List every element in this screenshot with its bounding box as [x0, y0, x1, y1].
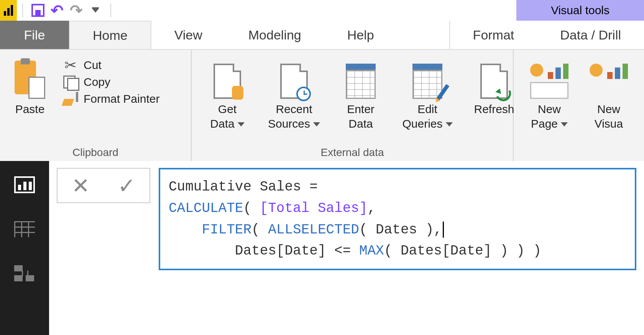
- app-logo[interactable]: [0, 0, 17, 21]
- recent-l1: Recent: [276, 103, 312, 115]
- copy-button[interactable]: Copy: [62, 74, 159, 90]
- contextual-tab-visual-tools: Visual tools: [516, 0, 644, 21]
- tab-file[interactable]: File: [0, 21, 69, 49]
- nav-model-view[interactable]: [13, 264, 36, 284]
- get-data-icon: [214, 64, 241, 99]
- formula-commit-button[interactable]: ✓: [118, 173, 136, 198]
- dax-t2: ,: [368, 200, 376, 216]
- dax-t1: (: [243, 200, 260, 216]
- dax-calculate-kw: CALCULATE: [169, 200, 243, 216]
- report-view-icon: [14, 176, 35, 193]
- chevron-down-icon: [446, 122, 453, 126]
- edit-queries-button[interactable]: EditQueries: [399, 53, 456, 131]
- ribbon-group-clipboard: Paste ✂ Cut Copy Format Painter Clipboar…: [0, 50, 192, 161]
- recent-sources-icon: [280, 64, 308, 99]
- paste-label: Paste: [15, 102, 45, 117]
- ribbon-group-insert: NewPage NewVisua: [514, 50, 644, 161]
- format-painter-button[interactable]: Format Painter: [62, 90, 159, 107]
- format-painter-icon: [63, 92, 78, 106]
- contextual-tabs: Format Data / Drill: [449, 21, 644, 49]
- separator: [110, 3, 111, 17]
- new-page-icon: [530, 64, 568, 99]
- tab-home[interactable]: Home: [69, 21, 151, 49]
- get-data-button[interactable]: GetData: [199, 53, 256, 131]
- new-visual-icon: [590, 64, 628, 99]
- data-view-icon: [14, 221, 35, 237]
- chevron-down-icon: [313, 122, 320, 126]
- dax-pad3: [169, 222, 202, 238]
- undo-button[interactable]: ↶: [48, 1, 67, 20]
- dropdown-icon: [92, 8, 99, 13]
- formula-cancel-button[interactable]: ✕: [72, 173, 90, 198]
- newvis-l2: Visua: [595, 117, 623, 130]
- format-painter-label: Format Painter: [84, 92, 159, 105]
- powerbi-logo-icon: [4, 5, 13, 16]
- copy-label: Copy: [84, 76, 110, 89]
- ribbon-tabs: File Home View Modeling Help Format Data…: [0, 21, 644, 50]
- chevron-down-icon: [561, 122, 568, 126]
- tab-modeling[interactable]: Modeling: [225, 21, 324, 49]
- model-view-icon: [14, 265, 35, 282]
- qat-right: Visual tools: [516, 0, 644, 21]
- dax-t3: (: [251, 222, 268, 238]
- dax-max-kw: MAX: [359, 243, 384, 259]
- dax-line1: Cumulative Sales =: [169, 179, 326, 195]
- formula-bar[interactable]: Cumulative Sales = CALCULATE( [Total Sal…: [159, 168, 636, 270]
- enter-data-button[interactable]: EnterData: [332, 53, 389, 131]
- enter-l2: Data: [348, 117, 373, 130]
- clipboard-small-buttons: ✂ Cut Copy Format Painter: [62, 53, 159, 107]
- save-icon: [31, 4, 44, 17]
- cut-label: Cut: [84, 59, 102, 72]
- dax-filter-kw: FILTER: [202, 222, 251, 238]
- tab-datadrill[interactable]: Data / Drill: [537, 21, 644, 49]
- undo-icon: ↶: [51, 3, 64, 18]
- edit-queries-icon: [412, 64, 442, 99]
- dax-t4: ( Dates ),: [359, 222, 442, 238]
- tab-view[interactable]: View: [151, 21, 225, 49]
- clipboard-group-label: Clipboard: [7, 144, 184, 159]
- report-canvas: ✕ ✓ Cumulative Sales = CALCULATE( [Total…: [49, 161, 644, 335]
- enter-l1: Enter: [347, 103, 375, 115]
- customize-qat-button[interactable]: [86, 1, 105, 20]
- chevron-down-icon: [238, 122, 245, 126]
- copy-icon: [63, 76, 78, 89]
- paste-button[interactable]: Paste: [7, 53, 53, 117]
- dax-t5: Dates[Date] <=: [235, 243, 359, 259]
- ribbon-home: Paste ✂ Cut Copy Format Painter Clipboar…: [0, 50, 644, 161]
- nav-data-view[interactable]: [13, 219, 36, 239]
- separator: [22, 3, 23, 17]
- refresh-label: Refresh: [474, 102, 514, 117]
- dax-total-sales-col: [Total Sales]: [260, 200, 368, 216]
- redo-icon: ↷: [70, 3, 83, 18]
- qat-left: ↶ ↷: [0, 0, 117, 21]
- dax-pad4: [169, 243, 235, 259]
- cut-button[interactable]: ✂ Cut: [62, 57, 159, 74]
- tab-help[interactable]: Help: [324, 21, 397, 49]
- work-area: ✕ ✓ Cumulative Sales = CALCULATE( [Total…: [0, 161, 644, 335]
- save-button[interactable]: [28, 1, 48, 20]
- enter-data-icon: [346, 64, 376, 99]
- quick-access-toolbar: ↶ ↷ Visual tools: [0, 0, 644, 21]
- editq-l1: Edit: [417, 103, 437, 115]
- get-data-l1: Get: [218, 103, 237, 115]
- ribbon-group-external-data: GetData RecentSources EnterData EditQuer…: [192, 50, 514, 161]
- recent-l2: Sources: [268, 117, 310, 130]
- new-visual-button[interactable]: NewVisua: [590, 53, 628, 131]
- editq-l2: Queries: [402, 117, 442, 130]
- refresh-icon: [480, 64, 508, 99]
- redo-button[interactable]: ↷: [67, 1, 86, 20]
- dax-allselected-kw: ALLSELECTED: [268, 222, 359, 238]
- tab-format[interactable]: Format: [450, 21, 537, 49]
- nav-report-view[interactable]: [13, 175, 36, 195]
- text-caret: [443, 222, 444, 238]
- newpage-l1: New: [538, 103, 561, 115]
- external-data-group-label: External data: [199, 144, 506, 159]
- formula-cancel-commit: ✕ ✓: [57, 168, 150, 203]
- recent-sources-button[interactable]: RecentSources: [265, 53, 323, 131]
- newpage-l2: Page: [531, 117, 558, 130]
- view-nav-rail: [0, 161, 49, 335]
- get-data-l2: Data: [210, 117, 234, 130]
- dax-t6: ( Dates[Date] ) ) ): [384, 243, 541, 259]
- new-page-button[interactable]: NewPage: [521, 53, 578, 131]
- newvis-l1: New: [597, 103, 620, 115]
